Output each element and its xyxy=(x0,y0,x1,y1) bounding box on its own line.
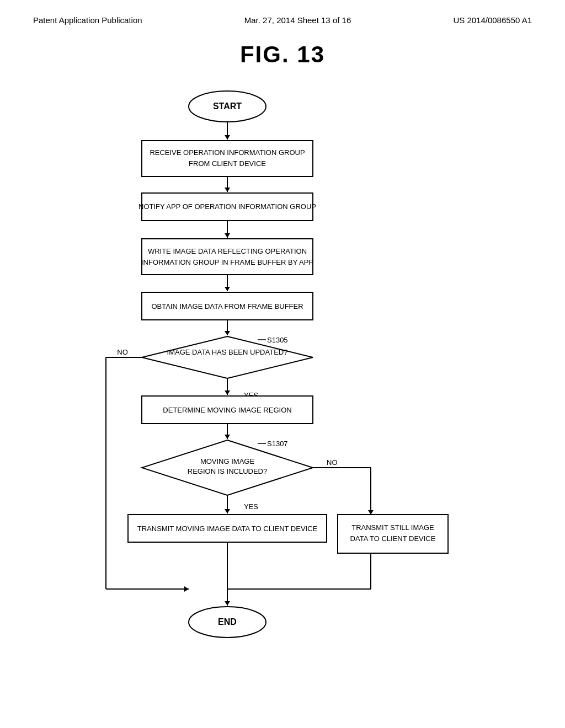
svg-text:FROM CLIENT DEVICE: FROM CLIENT DEVICE xyxy=(189,159,266,168)
svg-text:YES: YES xyxy=(244,502,258,511)
svg-text:NOTIFY APP OF OPERATION INFORM: NOTIFY APP OF OPERATION INFORMATION GROU… xyxy=(138,202,316,211)
svg-text:IMAGE DATA HAS BEEN UPDATED?: IMAGE DATA HAS BEEN UPDATED? xyxy=(167,348,288,356)
svg-text:TRANSMIT MOVING IMAGE DATA TO : TRANSMIT MOVING IMAGE DATA TO CLIENT DEV… xyxy=(137,524,318,533)
svg-text:REGION IS INCLUDED?: REGION IS INCLUDED? xyxy=(188,467,267,475)
svg-text:DATA TO CLIENT DEVICE: DATA TO CLIENT DEVICE xyxy=(350,534,436,543)
svg-marker-3 xyxy=(225,135,230,140)
svg-marker-55 xyxy=(225,509,230,513)
svg-marker-16 xyxy=(225,233,230,238)
svg-text:NO: NO xyxy=(117,348,128,356)
flowchart-svg: START S1301 RECEIVE OPERATION INFORMATIO… xyxy=(56,84,509,680)
header-date-sheet: Mar. 27, 2014 Sheet 13 of 16 xyxy=(244,15,351,25)
svg-text:END: END xyxy=(218,617,237,627)
header-patent-number: US 2014/0086550 A1 xyxy=(453,15,532,25)
svg-text:NO: NO xyxy=(327,458,338,467)
svg-text:DETERMINE MOVING IMAGE REGION: DETERMINE MOVING IMAGE REGION xyxy=(163,406,291,414)
svg-text:MOVING IMAGE: MOVING IMAGE xyxy=(200,457,255,465)
svg-text:S1307: S1307 xyxy=(267,440,288,448)
page-header: Patent Application Publication Mar. 27, … xyxy=(0,0,565,30)
header-publication: Patent Application Publication xyxy=(33,15,142,25)
svg-rect-19 xyxy=(142,239,313,275)
svg-text:INFORMATION GROUP IN FRAME BUF: INFORMATION GROUP IN FRAME BUFFER BY APP xyxy=(141,258,313,266)
svg-marker-23 xyxy=(225,287,230,291)
svg-marker-38 xyxy=(184,586,189,592)
diagram-container: FIG. 13 START S1301 RECEIVE OPERATION IN… xyxy=(0,30,565,702)
svg-text:S1305: S1305 xyxy=(267,336,288,344)
svg-text:OBTAIN IMAGE DATA FROM FRAME B: OBTAIN IMAGE DATA FROM FRAME BUFFER xyxy=(151,302,303,311)
svg-text:START: START xyxy=(213,101,242,111)
svg-text:WRITE IMAGE DATA REFLECTING OP: WRITE IMAGE DATA REFLECTING OPERATION xyxy=(148,247,307,255)
svg-marker-63 xyxy=(368,510,374,515)
svg-rect-66 xyxy=(338,515,448,553)
svg-marker-47 xyxy=(225,435,230,439)
svg-marker-74 xyxy=(225,601,230,606)
svg-text:TRANSMIT STILL IMAGE: TRANSMIT STILL IMAGE xyxy=(351,523,434,532)
svg-marker-10 xyxy=(225,188,230,192)
svg-marker-41 xyxy=(225,390,230,395)
fig-title: FIG. 13 xyxy=(240,41,325,68)
svg-rect-6 xyxy=(142,141,313,176)
svg-marker-29 xyxy=(225,331,230,335)
svg-text:RECEIVE OPERATION INFORMATION : RECEIVE OPERATION INFORMATION GROUP xyxy=(150,148,305,157)
